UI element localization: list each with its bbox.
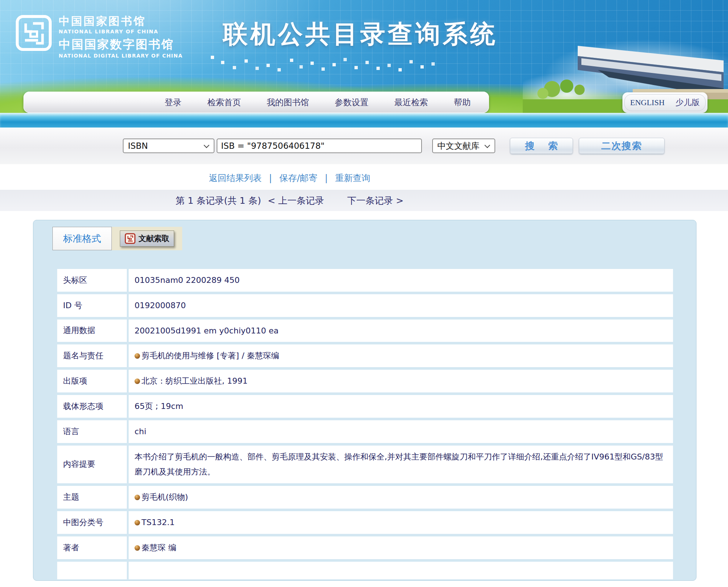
separator: | — [269, 173, 272, 183]
table-row: 头标区01035nam0 2200289 450 — [57, 269, 673, 292]
nlc-seal-icon — [15, 15, 52, 51]
bullet-sphere-icon — [135, 545, 140, 551]
field-value-cell: 20021005d1991 em y0chiy0110 ea — [129, 320, 673, 342]
format-tabs: 标准格式 文献索取 — [52, 227, 696, 250]
field-label: 主题 — [57, 486, 127, 509]
table-row: ID 号0192000870 — [57, 294, 673, 317]
nav-search-home[interactable]: 检索首页 — [207, 97, 241, 108]
field-value-cell: 01035nam0 2200289 450 — [129, 269, 673, 292]
field-value: 剪毛机(织物) — [141, 492, 188, 502]
field-value: TS132.1 — [141, 518, 174, 527]
record-detail-panel: 标准格式 文献索取 头标区01035nam0 2200289 450ID 号01… — [33, 220, 696, 581]
search-field-selected-value: ISBN — [128, 141, 148, 151]
field-value-cell: 65页 ; 19cm — [129, 395, 673, 418]
field-value: 20021005d1991 em y0chiy0110 ea — [135, 326, 279, 335]
bullet-sphere-icon — [135, 379, 140, 384]
field-value: 65页 ; 19cm — [135, 402, 183, 411]
field-label: 著者 — [57, 536, 127, 559]
nav-recent-searches[interactable]: 最近检索 — [394, 97, 428, 108]
document-request-label: 文献索取 — [139, 233, 169, 244]
table-row: 内容提要本书介绍了剪毛机的一般构造、部件、剪毛原理及其安装、操作和保全,并对其主… — [57, 446, 673, 484]
field-value-cell: 北京 : 纺织工业出版社, 1991 — [129, 370, 673, 392]
document-request-button[interactable]: 文献索取 — [120, 230, 174, 247]
record-table: 头标区01035nam0 2200289 450ID 号0192000870通用… — [55, 266, 675, 587]
english-link[interactable]: ENGLISH — [630, 98, 665, 107]
table-row: 所有单册查看所有馆藏单册信息 — [57, 582, 673, 587]
field-label: 语言 — [57, 420, 127, 443]
field-label: 所有单册 — [57, 582, 127, 587]
separator: | — [325, 173, 328, 183]
field-value-cell: 0192000870 — [129, 294, 673, 317]
bullet-sphere-icon — [135, 495, 140, 500]
field-label — [57, 562, 127, 579]
nav-login[interactable]: 登录 — [165, 97, 181, 108]
field-value: 秦慧琛 编 — [141, 543, 176, 552]
field-value-cell: chi — [129, 420, 673, 443]
record-position-text: 第 1 条记录(共 1 条) — [176, 195, 261, 206]
previous-record-link[interactable]: < 上一条记录 — [268, 195, 324, 206]
field-value-cell: 查看所有馆藏单册信息 — [129, 582, 673, 587]
database-selected-value: 中文文献库 — [437, 140, 479, 152]
banner: 中国国家图书馆 NATIONAL LIBRARY OF CHINA 中国国家数字… — [0, 0, 728, 128]
bullet-sphere-icon — [135, 353, 140, 359]
field-label: 通用数据 — [57, 320, 127, 342]
field-label: 题名与责任 — [57, 344, 127, 367]
bullet-sphere-icon — [135, 520, 140, 525]
table-row: 题名与责任剪毛机的使用与维修 [专著] / 秦慧琛编 — [57, 344, 673, 367]
search-button[interactable]: 搜 索 — [510, 138, 573, 154]
field-value-cell: 剪毛机的使用与维修 [专著] / 秦慧琛编 — [129, 344, 673, 367]
logo-nlc-en: NATIONAL LIBRARY OF CHINA — [59, 28, 183, 35]
secondary-search-button[interactable]: 二次搜索 — [579, 138, 665, 154]
field-value: 北京 : 纺织工业出版社, 1991 — [141, 376, 247, 385]
nav-my-library[interactable]: 我的图书馆 — [267, 97, 309, 108]
table-row: 中图分类号TS132.1 — [57, 511, 673, 534]
new-query-link[interactable]: 重新查询 — [335, 173, 370, 183]
table-row: 著者秦慧琛 编 — [57, 536, 673, 559]
search-query-input[interactable] — [217, 139, 422, 153]
record-action-links: 返回结果列表|保存/邮寄|重新查询 — [0, 172, 579, 184]
table-row: 出版项北京 : 纺织工业出版社, 1991 — [57, 370, 673, 392]
field-label: 头标区 — [57, 269, 127, 292]
table-row — [57, 562, 673, 579]
search-bar: ISBN 中文文献库 搜 索 二次搜索 — [0, 128, 728, 164]
field-value-cell — [129, 562, 673, 579]
back-to-results-link[interactable]: 返回结果列表 — [209, 173, 262, 183]
banner-water-strip — [0, 113, 728, 128]
next-record-link[interactable]: 下一条记录 > — [347, 195, 404, 206]
table-row: 语言chi — [57, 420, 673, 443]
main-navbar: 登录 检索首页 我的图书馆 参数设置 最近检索 帮助 — [23, 92, 489, 113]
field-value-cell: 剪毛机(织物) — [129, 486, 673, 509]
field-value-cell: 秦慧琛 编 — [129, 536, 673, 559]
save-mail-link[interactable]: 保存/邮寄 — [279, 173, 317, 183]
nav-parameter-settings[interactable]: 参数设置 — [335, 97, 368, 108]
field-label: 中图分类号 — [57, 511, 127, 534]
chevron-down-icon — [485, 142, 490, 148]
field-label: 内容提要 — [57, 446, 127, 484]
page-title: 联机公共目录查询系统 — [223, 18, 498, 51]
record-table-body: 头标区01035nam0 2200289 450ID 号0192000870通用… — [57, 269, 673, 587]
field-value: 0192000870 — [135, 301, 186, 310]
field-value: 01035nam0 2200289 450 — [135, 276, 240, 285]
field-value: 剪毛机的使用与维修 [专著] / 秦慧琛编 — [141, 351, 279, 360]
nlc-seal-red-icon — [125, 233, 136, 244]
field-value: 本书介绍了剪毛机的一般构造、部件、剪毛原理及其安装、操作和保全,并对其主要部件螺… — [135, 452, 663, 477]
library-logo: 中国国家图书馆 NATIONAL LIBRARY OF CHINA 中国国家数字… — [15, 15, 183, 59]
kids-version-link[interactable]: 少儿版 — [676, 97, 700, 108]
tab-standard-format[interactable]: 标准格式 — [52, 227, 112, 250]
field-value-cell: 本书介绍了剪毛机的一般构造、部件、剪毛原理及其安装、操作和保全,并对其主要部件螺… — [129, 446, 673, 484]
field-label: ID 号 — [57, 294, 127, 317]
tab-document-request-strip: 文献索取 — [112, 227, 182, 250]
database-select[interactable]: 中文文献库 — [432, 139, 495, 153]
table-row: 载体形态项65页 ; 19cm — [57, 395, 673, 418]
decorative-pixel-dots — [211, 56, 214, 59]
table-row: 主题剪毛机(织物) — [57, 486, 673, 509]
record-nav-band: 第 1 条记录(共 1 条) < 上一条记录 下一条记录 > — [0, 190, 728, 211]
field-label: 载体形态项 — [57, 395, 127, 418]
language-switch-box: ENGLISH 少儿版 — [622, 92, 707, 113]
field-value: chi — [135, 427, 146, 436]
chevron-down-icon — [204, 142, 210, 148]
field-value-cell: TS132.1 — [129, 511, 673, 534]
search-field-select[interactable]: ISBN — [123, 139, 214, 153]
nav-help[interactable]: 帮助 — [454, 97, 471, 108]
logo-ndl-zh: 中国国家数字图书馆 — [59, 37, 183, 52]
